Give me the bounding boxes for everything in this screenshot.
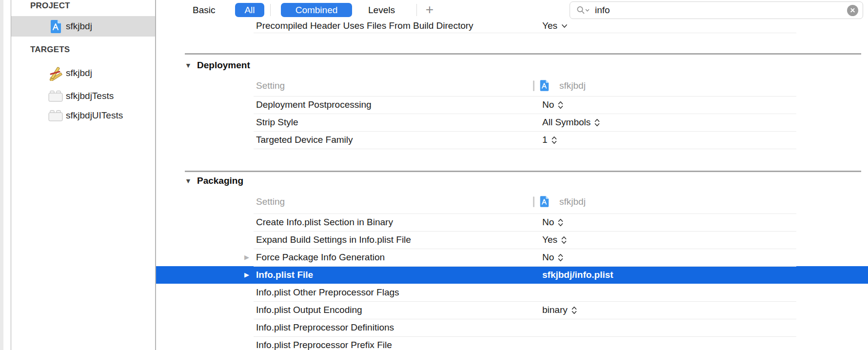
search-icon[interactable] (576, 5, 591, 15)
setting-column-header: Setting (256, 193, 285, 211)
build-settings-toolbar: Basic All Combined Levels + info (156, 0, 868, 20)
target-column-header: sfkjbdj (559, 77, 586, 95)
setting-label: Info.plist Output Encoding (256, 301, 362, 319)
row-separator (254, 131, 796, 132)
toolbar-separator (270, 4, 271, 16)
setting-label: Info.plist File (256, 266, 313, 284)
setting-label: Create Info.plist Section in Binary (256, 214, 393, 231)
stepper-icon[interactable] (572, 306, 577, 314)
column-divider (533, 196, 534, 207)
build-settings-pane: Precompiled Header Uses Files From Build… (156, 0, 868, 350)
setting-row[interactable]: Info.plist Preprocessor Prefix File (156, 336, 868, 350)
section-separator-line (185, 171, 861, 172)
row-separator (254, 249, 796, 249)
setting-row[interactable]: Deployment PostprocessingNo (156, 96, 868, 114)
add-build-setting-button[interactable]: + (423, 0, 436, 19)
row-separator (254, 319, 796, 319)
setting-row[interactable]: ▶Force Package Info GenerationNo (156, 249, 868, 266)
collapse-triangle-icon[interactable]: ▼ (185, 59, 192, 72)
setting-value[interactable]: Yes (542, 231, 567, 249)
sidebar-item-label: sfkjbdjTests (66, 91, 114, 101)
setting-label: Info.plist Other Preprocessor Flags (256, 284, 399, 301)
targets-section-header: TARGETS (30, 45, 70, 55)
project-navigator-sidebar: PROJECT sfkjbdj TARGETS sfkjbdj (11, 0, 156, 350)
column-divider (533, 80, 534, 91)
sidebar-item-target-sfkjbdjTests[interactable]: sfkjbdjTests (11, 86, 155, 106)
setting-value[interactable]: binary (542, 301, 577, 319)
project-icon (539, 79, 549, 94)
sidebar-item-target-sfkjbdj[interactable]: sfkjbdj (11, 63, 155, 83)
sidebar-item-label: sfkjbdj (66, 68, 92, 78)
setting-row[interactable]: Info.plist Output Encodingbinary (156, 301, 868, 319)
disclosure-triangle-icon[interactable]: ▶ (244, 266, 249, 284)
tab-levels[interactable]: Levels (368, 3, 395, 17)
setting-row[interactable]: Targeted Device Family1 (156, 131, 868, 149)
test-bundle-icon (47, 88, 64, 104)
window-edge-strip (0, 0, 3, 350)
project-icon (47, 18, 64, 35)
setting-row[interactable]: Info.plist Preprocessor Definitions (156, 319, 868, 336)
search-field[interactable]: info (570, 1, 863, 19)
setting-value[interactable]: sfkjbdj/info.plist (542, 266, 613, 284)
tab-all[interactable]: All (235, 3, 264, 17)
row-separator (254, 33, 796, 33)
setting-label: Expand Build Settings in Info.plist File (256, 231, 411, 249)
project-section-header: PROJECT (30, 1, 70, 11)
setting-value[interactable]: No (542, 96, 563, 114)
sidebar-item-label: sfkjbdjUITests (66, 110, 123, 121)
disclosure-triangle-icon[interactable]: ▶ (244, 249, 249, 266)
test-bundle-icon (47, 107, 64, 124)
row-separator (254, 301, 796, 302)
setting-label: Targeted Device Family (256, 131, 353, 149)
setting-row[interactable]: Expand Build Settings in Info.plist File… (156, 231, 868, 249)
setting-row[interactable]: Create Info.plist Section in BinaryNo (156, 214, 868, 231)
stepper-icon[interactable] (561, 236, 567, 244)
setting-row[interactable]: ▶Info.plist Filesfkjbdj/info.plist (156, 266, 868, 284)
column-header-row: Settingsfkjbdj (156, 77, 868, 95)
sidebar-item-target-sfkjbdjUITests[interactable]: sfkjbdjUITests (11, 105, 155, 126)
project-icon (539, 195, 549, 210)
app-target-icon (47, 65, 64, 81)
stepper-icon[interactable] (594, 118, 600, 127)
setting-label: Deployment Postprocessing (256, 96, 372, 114)
row-separator (254, 266, 796, 267)
setting-value[interactable]: No (542, 214, 563, 231)
build-settings-table: Precompiled Header Uses Files From Build… (156, 20, 868, 350)
sidebar-item-project-sfkjbdj[interactable]: sfkjbdj (11, 16, 155, 37)
row-separator (254, 96, 796, 97)
setting-label: Info.plist Preprocessor Definitions (256, 319, 394, 336)
stepper-icon[interactable] (558, 218, 563, 227)
collapse-triangle-icon[interactable]: ▼ (185, 175, 192, 187)
row-separator (254, 336, 796, 337)
clear-search-icon[interactable] (847, 5, 858, 16)
row-separator (254, 149, 796, 149)
toolbar-separator (416, 4, 417, 16)
row-separator (254, 114, 796, 114)
setting-column-header: Setting (256, 77, 285, 95)
stepper-icon[interactable] (558, 253, 563, 262)
setting-label: Strip Style (256, 114, 298, 131)
column-header-row: Settingsfkjbdj (156, 193, 868, 211)
setting-label: Info.plist Preprocessor Prefix File (256, 336, 392, 350)
setting-label: Force Package Info Generation (256, 249, 385, 266)
sidebar-item-label: sfkjbdj (66, 21, 92, 32)
setting-value[interactable]: No (542, 249, 563, 266)
target-column-header: sfkjbdj (559, 193, 586, 211)
setting-row[interactable]: Info.plist Other Preprocessor Flags (156, 284, 868, 301)
setting-value[interactable]: 1 (542, 131, 557, 149)
dropdown-icon[interactable] (561, 24, 568, 28)
setting-value[interactable]: All Symbols (542, 114, 600, 131)
stepper-icon[interactable] (558, 101, 563, 109)
section-separator-line (185, 53, 861, 55)
row-separator (254, 214, 796, 214)
tab-combined[interactable]: Combined (281, 3, 352, 17)
row-separator (254, 231, 796, 232)
tab-basic[interactable]: Basic (193, 3, 215, 17)
stepper-icon[interactable] (552, 136, 557, 144)
search-input[interactable]: info (595, 5, 847, 16)
setting-row[interactable]: Strip StyleAll Symbols (156, 114, 868, 131)
